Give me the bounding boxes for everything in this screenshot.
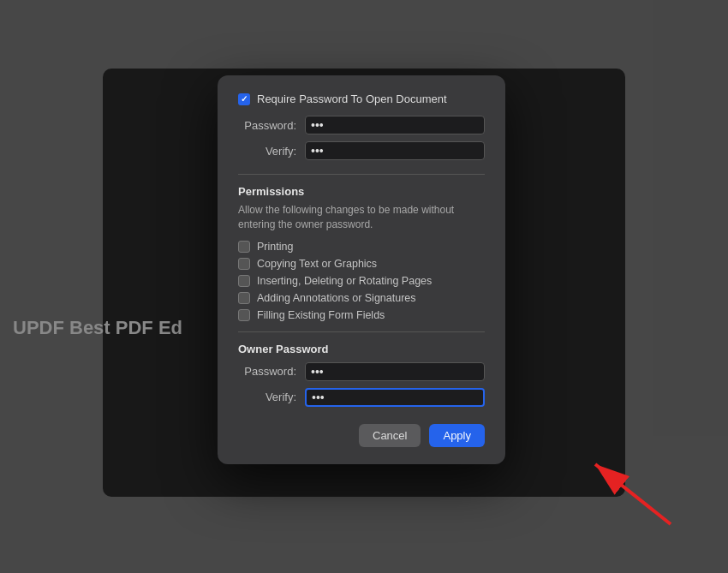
dialog-buttons: Cancel Apply	[238, 424, 485, 447]
owner-password-title: Owner Password	[238, 343, 485, 355]
divider-1	[238, 174, 485, 175]
permissions-section: Permissions Allow the following changes …	[238, 185, 485, 321]
owner-password-section: Owner Password Password: Verify:	[238, 343, 485, 407]
perm-checkbox-copying[interactable]	[238, 258, 250, 270]
perm-row-annotations[interactable]: Adding Annotations or Signatures	[238, 292, 485, 304]
perm-label-annotations: Adding Annotations or Signatures	[257, 292, 416, 304]
perm-checkbox-printing[interactable]	[238, 241, 250, 253]
require-password-row[interactable]: Require Password To Open Document	[238, 93, 485, 105]
owner-password-row: Password:	[238, 362, 485, 381]
perm-checkbox-inserting[interactable]	[238, 275, 250, 287]
open-password-input[interactable]	[305, 116, 485, 134]
perm-checkbox-form[interactable]	[238, 309, 250, 321]
perm-label-printing: Printing	[257, 241, 293, 253]
apply-button[interactable]: Apply	[429, 424, 485, 447]
cancel-button[interactable]: Cancel	[359, 424, 421, 447]
permissions-description: Allow the following changes to be made w…	[238, 203, 485, 232]
require-password-label: Require Password To Open Document	[257, 93, 447, 105]
permissions-title: Permissions	[238, 185, 485, 198]
security-dialog: Require Password To Open Document Passwo…	[218, 75, 505, 464]
perm-label-form: Filling Existing Form Fields	[257, 309, 385, 321]
open-password-label: Password:	[238, 119, 296, 132]
owner-verify-row: Verify:	[238, 388, 485, 407]
app-title: UPDF Best PDF Ed	[13, 317, 182, 339]
perm-label-copying: Copying Text or Graphics	[257, 258, 377, 270]
open-verify-row: Verify:	[238, 141, 485, 160]
perm-row-form[interactable]: Filling Existing Form Fields	[238, 309, 485, 321]
perm-row-inserting[interactable]: Inserting, Deleting or Rotating Pages	[238, 275, 485, 287]
require-password-checkbox[interactable]	[238, 93, 250, 105]
perm-row-printing[interactable]: Printing	[238, 241, 485, 253]
perm-label-inserting: Inserting, Deleting or Rotating Pages	[257, 275, 432, 287]
owner-password-label: Password:	[238, 365, 296, 378]
owner-password-input[interactable]	[305, 362, 485, 381]
perm-checkbox-annotations[interactable]	[238, 292, 250, 304]
divider-2	[238, 331, 485, 332]
owner-verify-label: Verify:	[238, 391, 296, 403]
open-verify-input[interactable]	[305, 141, 485, 160]
perm-row-copying[interactable]: Copying Text or Graphics	[238, 258, 485, 270]
open-verify-label: Verify:	[238, 145, 296, 158]
owner-verify-input[interactable]	[305, 388, 485, 407]
require-password-section: Require Password To Open Document Passwo…	[238, 93, 485, 160]
open-password-row: Password:	[238, 116, 485, 134]
